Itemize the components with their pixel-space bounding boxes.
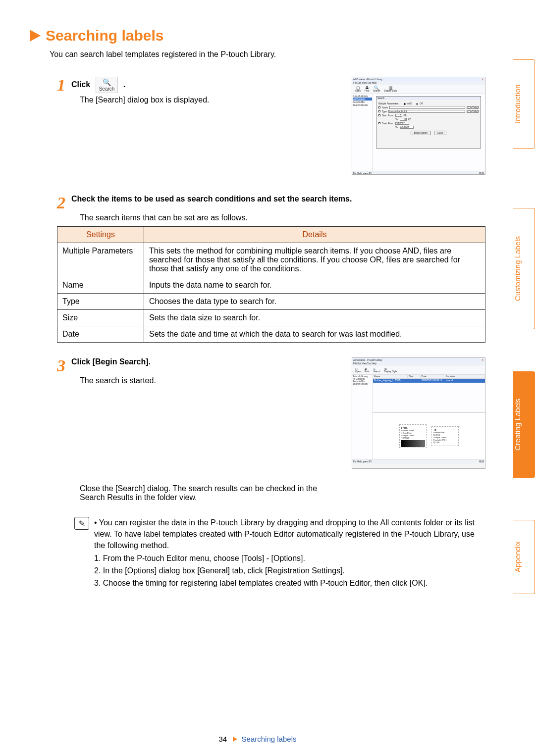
tb2-display: Display Style (384, 370, 397, 373)
dialog-close-button: Close (434, 131, 447, 135)
page-number: 34 (219, 735, 227, 743)
tab-label: Creating Labels (513, 399, 522, 451)
chk-date (378, 122, 380, 124)
heading: Searching labels (46, 27, 163, 44)
tb-search: Search (373, 90, 380, 93)
section-title: Searching labels (30, 27, 485, 44)
status-num: NUM (479, 172, 484, 175)
step-number-3: 3 (57, 357, 65, 374)
radio-and (404, 103, 406, 105)
date-label: Date (382, 122, 387, 125)
search-icon-label: Search (99, 86, 115, 92)
note-li2: 2. In the [Options] dialog box [General]… (94, 565, 485, 576)
size-from-field: 0 (395, 114, 402, 117)
step1-click: Click (71, 80, 90, 89)
mp-label: Multiple Parameters: (378, 102, 399, 105)
table-row: TypeChooses the data type to search for. (57, 294, 485, 310)
date-to: To: (395, 126, 398, 129)
screenshot-search-dialog: All Contents - P-touch Library✕ File Edi… (352, 77, 485, 175)
win-menubar: File Edit View Tool Help (352, 82, 485, 85)
name-label: Name (382, 106, 388, 109)
and-label: AND (407, 102, 412, 105)
tab-introduction[interactable]: Introduction (513, 59, 535, 149)
tab-label: Introduction (513, 85, 522, 123)
date-from-field: 6/2/2007 (395, 122, 409, 125)
type-label: Type (382, 110, 387, 113)
tb-open: Open (355, 90, 361, 93)
date-to-field: 6/2/2007 (400, 126, 414, 129)
date-from: From: (388, 122, 394, 125)
step3-close: Close the [Search] dialog. The search re… (80, 484, 339, 502)
step1-body: The [Search] dialog box is displayed. (80, 96, 339, 104)
preview-from: From Brother James 1 Oak Drive Sample La… (399, 424, 427, 448)
search-icon-toolbar: 🔍 Search (96, 77, 118, 93)
win-toolbar: ▢Open 🖶Print 🔍Search ▥Display Style (352, 85, 485, 94)
step2-body: The search items that can be set are as … (80, 213, 485, 222)
lr-name: Brother_shipping_l... 15KB (373, 379, 421, 383)
th-details: Details (144, 227, 485, 243)
lr-date: 2008/05/12 20:09:16 (421, 379, 445, 383)
name-op: CONTAINS (467, 106, 479, 109)
table-row: SizeSets the data size to search for. (57, 310, 485, 326)
chk-type (378, 110, 380, 112)
magnifier-icon: 🔍 (103, 78, 111, 86)
size-to-field: 0 (400, 118, 407, 121)
size-kb2: KB (408, 118, 411, 121)
pv-to-title: To (433, 428, 436, 431)
begin-search-button: Begin Search (411, 131, 431, 135)
pv-from-body: Brother James 1 Oak Drive Sample Labels … (401, 429, 425, 439)
size-to: To: (395, 118, 398, 121)
tb2-search: Search (373, 370, 380, 373)
tb2-print: Print (365, 370, 369, 373)
tab-label: Appendix (513, 542, 522, 573)
th-settings: Settings (57, 227, 144, 243)
status2-text: For Help, press F1 (353, 460, 372, 463)
size-kb1: KB (404, 114, 407, 117)
preview-to: To Brother USA Bell Hill Sample Labels E… (431, 426, 459, 446)
intro-text: You can search label templates registere… (50, 50, 485, 59)
win2-toolbar: ▢Open 🖶Print 🔍Search ▥Display Style (352, 366, 485, 375)
note-li1: 1. From the P-touch Editor menu, choose … (94, 553, 485, 564)
step2-bold: Check the items to be used as search con… (71, 195, 352, 203)
or-label: OR (420, 102, 423, 105)
win-title: All Contents - P-touch Library (353, 78, 382, 81)
win-tree: P-touch Library All Contents Recycle Bin… (352, 94, 373, 171)
note-box: ✎ • You can register the data in the P-t… (74, 517, 485, 589)
tb-print: Print (365, 90, 369, 93)
footer-triangle-icon (233, 737, 237, 742)
dialog-title: Search (376, 97, 481, 100)
status-text: For Help, press F1 (353, 172, 372, 175)
lh-name: Name (373, 375, 408, 378)
page-footer: 34 Searching labels (0, 735, 515, 743)
step3-bold: Click [Begin Search]. (71, 357, 151, 366)
step3-body: The search is started. (80, 376, 339, 385)
chk-name (378, 106, 380, 108)
tab-customizing[interactable]: Customizing Labels (513, 208, 535, 329)
tab-creating[interactable]: Creating Labels (513, 371, 535, 478)
tree2-results: Search Results (353, 383, 372, 385)
lh-size: Size (408, 375, 421, 378)
table-row: NameInputs the data name to search for. (57, 277, 485, 294)
list-row: Brother_shipping_l... 15KB 2008/05/12 20… (373, 379, 485, 383)
lh-date: Date (421, 375, 445, 378)
type-op: CONTAINS (467, 110, 479, 113)
radio-or (416, 103, 418, 105)
type-field: Layout (lbx;lbl;rlbl) (388, 110, 465, 113)
search-items-table: Settings Details Multiple ParametersThis… (57, 226, 485, 343)
win-close-icon: ✕ (481, 78, 484, 81)
lr-loc: usedcl (445, 379, 485, 383)
table-row: DateSets the date and time at which the … (57, 326, 485, 343)
lh-location: Location (445, 375, 485, 378)
note-icon: ✎ (74, 517, 89, 530)
size-label: Size (382, 114, 386, 117)
tb2-open: Open (355, 370, 361, 373)
win2-title: All Contents - P-touch Library (353, 359, 382, 361)
step-number-1: 1 (57, 77, 65, 94)
note-li3: 3. Choose the timing for registering lab… (94, 577, 485, 589)
step-number-2: 2 (57, 195, 65, 211)
pv-from-title: From (401, 426, 408, 429)
status2-num: NUM (479, 460, 484, 463)
chk-size (378, 114, 380, 116)
note-bullet: • You can register the data in the P-tou… (94, 517, 485, 552)
tab-appendix[interactable]: Appendix (513, 520, 535, 594)
